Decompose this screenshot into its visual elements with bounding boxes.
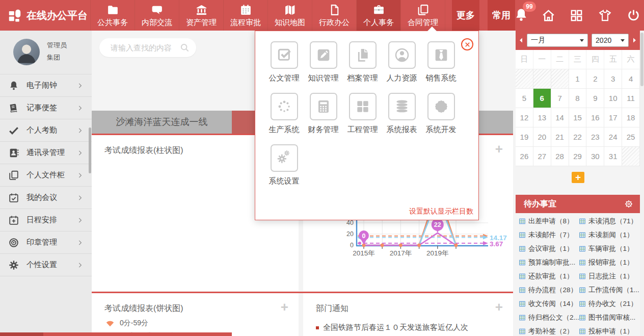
todo-item-14[interactable]: 待办收文（21） — [579, 297, 639, 311]
calendar-day-21[interactable]: 21 — [551, 127, 569, 147]
month-select[interactable]: 一月 — [527, 34, 588, 47]
app-item-10[interactable]: 系统开发 — [421, 93, 461, 144]
nav-item-7[interactable]: 个人事务 — [357, 0, 401, 31]
page-scrollbar[interactable] — [640, 31, 644, 336]
calendar-day-17[interactable]: 17 — [604, 108, 622, 127]
calendar-add-button[interactable]: + — [572, 172, 584, 183]
todo-item-17[interactable]: 考勤补签（2） — [519, 324, 579, 336]
calendar-day-22[interactable]: 22 — [569, 127, 587, 147]
search-icon[interactable] — [179, 42, 190, 53]
todo-item-6[interactable]: 车辆审批（1） — [579, 242, 639, 255]
app-item-8[interactable]: 工程管理 — [343, 93, 382, 144]
app-item-7[interactable]: 财务管理 — [304, 93, 343, 144]
calendar-day-2[interactable]: 2 — [586, 69, 604, 89]
calendar-day-12[interactable]: 12 — [516, 108, 533, 127]
calendar-day-4[interactable]: 4 — [622, 69, 640, 89]
sidebar-item-8[interactable]: 印章管理 — [0, 231, 92, 254]
calendar-day-15[interactable]: 15 — [569, 108, 587, 127]
common-button[interactable]: 常用 — [488, 0, 515, 31]
panel-plus-icon[interactable]: + — [495, 299, 503, 315]
nav-item-8[interactable]: 合同管理 — [401, 0, 445, 31]
nav-item-4[interactable]: 流程审批 — [224, 0, 268, 31]
app-logo[interactable]: 在线办公平台 — [0, 0, 91, 31]
theme-shirt-icon[interactable] — [598, 8, 612, 23]
todo-item-5[interactable]: 会议审批（1） — [519, 242, 579, 255]
calendar-day-13[interactable]: 13 — [533, 108, 551, 127]
home-icon[interactable] — [541, 8, 556, 23]
sidebar-item-7[interactable]: 日程安排 — [0, 209, 92, 231]
panel-plus-icon[interactable]: + — [495, 141, 503, 157]
todo-item-1[interactable]: 出差申请（8） — [519, 214, 579, 228]
calendar-prev-icon[interactable] — [518, 37, 524, 44]
calendar-day-20[interactable]: 20 — [533, 127, 551, 147]
todo-item-3[interactable]: 未读邮件（7） — [519, 228, 579, 242]
calendar-day-29[interactable]: 29 — [569, 147, 587, 166]
app-item-11[interactable]: 系统设置 — [264, 144, 304, 196]
calendar-day-31[interactable]: 31 — [604, 147, 622, 166]
calendar-day-24[interactable]: 24 — [604, 127, 622, 147]
year-select[interactable]: 2020 — [592, 34, 629, 47]
calendar-day-27[interactable]: 27 — [533, 147, 551, 166]
calendar-day-11[interactable]: 11 — [622, 89, 640, 108]
user-profile[interactable]: 管理员 集团 — [0, 31, 92, 74]
nav-item-1[interactable]: 公共事务 — [91, 0, 135, 31]
calendar-day-19[interactable]: 19 — [516, 127, 533, 147]
calendar-day-9[interactable]: 9 — [586, 89, 604, 108]
todo-item-16[interactable]: 图书借阅审核... — [579, 311, 639, 324]
calendar-day-28[interactable]: 28 — [551, 147, 569, 166]
calendar-day-18[interactable]: 18 — [622, 108, 640, 127]
calendar-day-23[interactable]: 23 — [586, 127, 604, 147]
todo-item-10[interactable]: 日志批注（1） — [579, 269, 639, 283]
calendar-day-10[interactable]: 10 — [604, 89, 622, 108]
app-item-2[interactable]: 知识管理 — [304, 41, 343, 93]
todo-item-4[interactable]: 未读新闻（1） — [579, 228, 639, 242]
calendar-day-1[interactable]: 1 — [569, 69, 587, 89]
nav-item-6[interactable]: 行政办公 — [312, 0, 357, 31]
calendar-day-16[interactable]: 16 — [586, 108, 604, 127]
app-item-5[interactable]: 销售系统 — [421, 41, 461, 93]
calendar-day-30[interactable]: 30 — [586, 147, 604, 166]
calendar-next-icon[interactable] — [631, 37, 637, 44]
sidebar-item-5[interactable]: 个人文件柜 — [0, 164, 92, 187]
search-input[interactable] — [110, 38, 176, 57]
todo-item-2[interactable]: 未读消息（71） — [579, 214, 639, 228]
app-item-4[interactable]: 人力资源 — [382, 41, 421, 93]
calendar-day-14[interactable]: 14 — [551, 108, 569, 127]
todo-item-11[interactable]: 待办流程（28） — [519, 283, 579, 297]
app-item-1[interactable]: 公文管理 — [264, 41, 304, 93]
todo-item-15[interactable]: 待归档公文（2... — [519, 311, 579, 324]
calendar-day-8[interactable]: 8 — [569, 89, 587, 108]
sidebar-item-3[interactable]: 个人考勤 — [0, 119, 92, 142]
calendar-day-7[interactable]: 7 — [551, 89, 569, 108]
sidebar-item-6[interactable]: 我的会议 — [0, 187, 92, 209]
calendar-day-6[interactable]: 6 — [533, 89, 551, 108]
avatar[interactable] — [13, 39, 40, 65]
todo-item-9[interactable]: 还款审批（1） — [519, 269, 579, 283]
page-scrollbar-thumb[interactable] — [640, 33, 643, 86]
todo-item-8[interactable]: 报销审批（1） — [579, 255, 639, 269]
todo-item-12[interactable]: 工作流传阅（1... — [579, 283, 639, 297]
app-item-6[interactable]: 生产系统 — [264, 93, 304, 144]
nav-item-3[interactable]: 资产管理 — [179, 0, 224, 31]
sidebar-item-9[interactable]: 个性设置 — [0, 254, 92, 276]
power-logout-icon[interactable] — [626, 8, 641, 23]
notice-item[interactable]: 全国铁路节后春运１０天发送旅客近亿人次 — [316, 323, 468, 332]
todo-settings-gear-icon[interactable] — [624, 199, 634, 209]
todo-item-13[interactable]: 收文传阅（14） — [519, 297, 579, 311]
panel-plus-icon[interactable]: + — [281, 299, 288, 315]
calendar-day-26[interactable]: 26 — [516, 147, 533, 166]
app-item-3[interactable]: 档案管理 — [343, 41, 382, 93]
calendar-day-5[interactable]: 5 — [516, 89, 533, 108]
app-item-9[interactable]: 系统报表 — [382, 93, 421, 144]
sidebar-item-2[interactable]: 记事便签 — [0, 97, 92, 119]
nav-item-5[interactable]: 知识地图 — [268, 0, 312, 31]
todo-item-18[interactable]: 投标申请（1） — [579, 324, 639, 336]
sidebar-item-1[interactable]: 电子闹钟 — [0, 74, 92, 97]
sidebar-scrollbar[interactable] — [89, 127, 91, 173]
more-button[interactable]: 更多 — [452, 0, 479, 31]
sidebar-item-4[interactable]: 通讯录管理 — [0, 142, 92, 164]
set-default-columns-link[interactable]: 设置默认显示栏目数 — [409, 207, 473, 216]
calendar-day-25[interactable]: 25 — [622, 127, 640, 147]
nav-item-2[interactable]: 内部交流 — [135, 0, 179, 31]
calendar-day-3[interactable]: 3 — [604, 69, 622, 89]
